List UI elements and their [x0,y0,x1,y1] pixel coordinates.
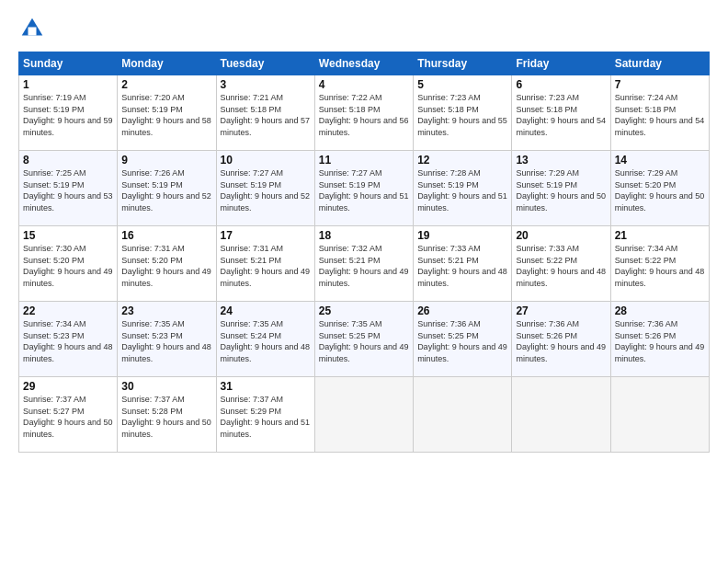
daylight: Daylight: 9 hours and 58 minutes. [121,116,211,137]
header [18,15,710,42]
daylight: Daylight: 9 hours and 56 minutes. [319,116,409,137]
calendar-cell: 8 Sunrise: 7:25 AM Sunset: 5:19 PM Dayli… [19,151,118,226]
daylight: Daylight: 9 hours and 49 minutes. [417,342,507,363]
daylight: Daylight: 9 hours and 50 minutes. [516,191,606,213]
sunrise: Sunrise: 7:22 AM [319,93,382,102]
sunrise: Sunrise: 7:24 AM [615,93,678,102]
calendar-cell: 20 Sunrise: 7:33 AM Sunset: 5:22 PM Dayl… [512,226,610,302]
calendar-cell: 2 Sunrise: 7:20 AM Sunset: 5:19 PM Dayli… [118,75,216,151]
calendar-week-2: 8 Sunrise: 7:25 AM Sunset: 5:19 PM Dayli… [19,151,710,226]
calendar-week-1: 1 Sunrise: 7:19 AM Sunset: 5:19 PM Dayli… [19,75,710,151]
day-info: Sunrise: 7:36 AM Sunset: 5:25 PM Dayligh… [417,318,507,364]
calendar-cell: 9 Sunrise: 7:26 AM Sunset: 5:19 PM Dayli… [118,151,216,226]
calendar-cell: 23 Sunrise: 7:35 AM Sunset: 5:23 PM Dayl… [118,302,216,377]
day-info: Sunrise: 7:19 AM Sunset: 5:19 PM Dayligh… [23,92,113,138]
calendar-cell: 1 Sunrise: 7:19 AM Sunset: 5:19 PM Dayli… [19,75,118,151]
daylight: Daylight: 9 hours and 48 minutes. [23,342,113,363]
day-info: Sunrise: 7:27 AM Sunset: 5:19 PM Dayligh… [221,167,311,213]
calendar-cell: 12 Sunrise: 7:28 AM Sunset: 5:19 PM Dayl… [414,151,512,226]
daylight: Daylight: 9 hours and 48 minutes. [516,267,606,288]
day-info: Sunrise: 7:33 AM Sunset: 5:21 PM Dayligh… [417,243,507,289]
sunrise: Sunrise: 7:19 AM [23,93,86,102]
day-number: 23 [121,304,211,317]
sunset: Sunset: 5:22 PM [516,256,577,265]
sunrise: Sunrise: 7:29 AM [615,168,678,178]
day-number: 31 [221,380,311,393]
sunrise: Sunrise: 7:28 AM [417,168,481,178]
sunset: Sunset: 5:18 PM [615,105,677,114]
sunset: Sunset: 5:29 PM [221,407,282,416]
sunset: Sunset: 5:18 PM [319,105,381,114]
calendar-cell: 5 Sunrise: 7:23 AM Sunset: 5:18 PM Dayli… [414,75,512,151]
calendar-cell: 18 Sunrise: 7:32 AM Sunset: 5:21 PM Dayl… [314,226,413,302]
calendar-cell: 4 Sunrise: 7:22 AM Sunset: 5:18 PM Dayli… [314,75,413,151]
day-info: Sunrise: 7:23 AM Sunset: 5:18 PM Dayligh… [417,92,507,138]
day-info: Sunrise: 7:37 AM Sunset: 5:28 PM Dayligh… [121,394,211,440]
sunrise: Sunrise: 7:34 AM [615,244,678,253]
sunset: Sunset: 5:18 PM [417,105,479,114]
sunrise: Sunrise: 7:33 AM [417,244,481,253]
sunrise: Sunrise: 7:36 AM [417,319,481,328]
sunrise: Sunrise: 7:36 AM [516,319,579,328]
day-number: 1 [23,78,113,91]
day-number: 12 [417,154,507,167]
day-info: Sunrise: 7:29 AM Sunset: 5:20 PM Dayligh… [615,167,705,213]
daylight: Daylight: 9 hours and 50 minutes. [23,418,113,439]
day-number: 13 [516,154,606,167]
sunrise: Sunrise: 7:35 AM [319,319,382,328]
calendar-cell: 31 Sunrise: 7:37 AM Sunset: 5:29 PM Dayl… [216,377,314,453]
day-info: Sunrise: 7:28 AM Sunset: 5:19 PM Dayligh… [417,167,507,213]
sunrise: Sunrise: 7:36 AM [615,319,678,328]
calendar-cell: 22 Sunrise: 7:34 AM Sunset: 5:23 PM Dayl… [19,302,118,377]
calendar-cell: 16 Sunrise: 7:31 AM Sunset: 5:20 PM Dayl… [118,226,216,302]
calendar-header-saturday: Saturday [610,52,709,75]
sunset: Sunset: 5:19 PM [121,180,183,190]
sunrise: Sunrise: 7:37 AM [221,395,284,404]
calendar-header-thursday: Thursday [414,52,512,75]
sunrise: Sunrise: 7:23 AM [516,93,579,102]
daylight: Daylight: 9 hours and 59 minutes. [23,116,113,137]
calendar-week-3: 15 Sunrise: 7:30 AM Sunset: 5:20 PM Dayl… [19,226,710,302]
day-info: Sunrise: 7:20 AM Sunset: 5:19 PM Dayligh… [121,92,211,138]
day-info: Sunrise: 7:32 AM Sunset: 5:21 PM Dayligh… [319,243,409,289]
calendar-week-4: 22 Sunrise: 7:34 AM Sunset: 5:23 PM Dayl… [19,302,710,377]
sunrise: Sunrise: 7:37 AM [23,395,86,404]
calendar-header-row: SundayMondayTuesdayWednesdayThursdayFrid… [19,52,710,75]
sunset: Sunset: 5:20 PM [615,180,677,190]
sunset: Sunset: 5:21 PM [221,256,282,265]
calendar: SundayMondayTuesdayWednesdayThursdayFrid… [18,52,710,453]
day-number: 2 [121,78,211,91]
sunrise: Sunrise: 7:29 AM [516,168,579,178]
sunrise: Sunrise: 7:32 AM [319,244,382,253]
sunset: Sunset: 5:23 PM [23,331,85,340]
calendar-cell [512,377,610,453]
day-number: 15 [23,229,113,242]
calendar-cell: 24 Sunrise: 7:35 AM Sunset: 5:24 PM Dayl… [216,302,314,377]
day-info: Sunrise: 7:33 AM Sunset: 5:22 PM Dayligh… [516,243,606,289]
calendar-cell: 15 Sunrise: 7:30 AM Sunset: 5:20 PM Dayl… [19,226,118,302]
sunset: Sunset: 5:19 PM [221,180,282,190]
sunset: Sunset: 5:18 PM [516,105,577,114]
daylight: Daylight: 9 hours and 49 minutes. [319,342,409,363]
day-info: Sunrise: 7:35 AM Sunset: 5:24 PM Dayligh… [221,318,311,364]
daylight: Daylight: 9 hours and 49 minutes. [23,267,113,288]
sunset: Sunset: 5:20 PM [121,256,183,265]
day-number: 18 [319,229,409,242]
day-info: Sunrise: 7:34 AM Sunset: 5:22 PM Dayligh… [615,243,705,289]
calendar-cell: 29 Sunrise: 7:37 AM Sunset: 5:27 PM Dayl… [19,377,118,453]
sunrise: Sunrise: 7:33 AM [516,244,579,253]
sunset: Sunset: 5:26 PM [615,331,677,340]
daylight: Daylight: 9 hours and 55 minutes. [417,116,507,137]
sunrise: Sunrise: 7:27 AM [319,168,382,178]
calendar-header-wednesday: Wednesday [314,52,413,75]
sunrise: Sunrise: 7:31 AM [121,244,185,253]
calendar-cell: 26 Sunrise: 7:36 AM Sunset: 5:25 PM Dayl… [414,302,512,377]
logo [18,15,50,42]
day-info: Sunrise: 7:22 AM Sunset: 5:18 PM Dayligh… [319,92,409,138]
calendar-header-friday: Friday [512,52,610,75]
day-info: Sunrise: 7:24 AM Sunset: 5:18 PM Dayligh… [615,92,705,138]
day-number: 9 [121,154,211,167]
sunrise: Sunrise: 7:26 AM [121,168,185,178]
sunrise: Sunrise: 7:25 AM [23,168,86,178]
sunset: Sunset: 5:19 PM [417,180,479,190]
